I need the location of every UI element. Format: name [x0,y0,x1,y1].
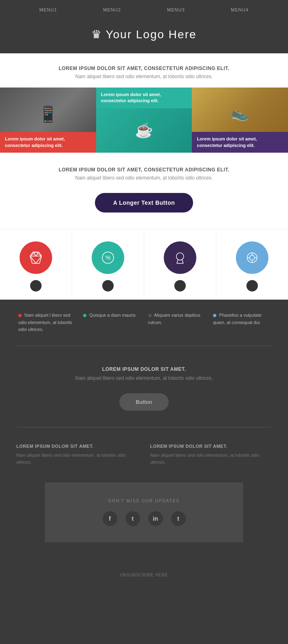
svg-line-12 [177,260,178,263]
col-left-text: Nam aliquet libero sed odio elementum, a… [16,452,138,466]
social-section: DON'T MISS OUR UPDATES f t in t [45,482,243,542]
cta-dark-title: LOREM IPSUM DOLOR SIT AMET. [24,366,264,372]
nav-menu3[interactable]: MENU3 [167,7,185,12]
svg-line-13 [182,260,183,263]
two-column-section: LOREM IPSUM DOLOR SIT AMET. Nam aliquet … [0,427,288,482]
svg-point-11 [176,253,184,260]
card-dot-1 [30,280,42,291]
hero-title: LOREM IPSUM DOLOR SIT AMET, CONSECTETUR … [24,66,264,71]
svg-text:%: % [106,254,110,261]
feature-text-3: Aliquam varius dapibus rutrum. [148,313,200,325]
content-subtitle: Nam aliquet libero sed odio elementum, a… [24,175,264,181]
linkedin-icon[interactable]: in [148,511,163,526]
image-cell-2: Lorem ipsum dolor sit amet, consectetur … [96,88,192,153]
unsubscribe-link[interactable]: UNSUBSCRIBE HERE [120,573,168,577]
hero-subtitle: Nam aliquet libero sed odio elementum, a… [24,74,264,79]
phone-icon: 📱 [4,92,92,136]
logo-text: Your Logo Here [106,28,196,41]
twitter-icon[interactable]: t [125,511,140,526]
feature-dot-2 [83,314,86,317]
cta-dark-section: LOREM IPSUM DOLOR SIT AMET. Nam aliquet … [0,346,288,427]
column-left: LOREM IPSUM DOLOR SIT AMET. Nam aliquet … [16,444,138,466]
feature-4: Phasellus a vulputate quam, at consequat… [211,312,272,333]
coffee-icon: ☕ [96,108,192,153]
site-footer: UNSUBSCRIBE HERE [0,563,288,586]
badge-circle [164,241,196,274]
facebook-icon[interactable]: f [103,511,117,526]
icon-card-2: % [72,229,144,300]
features-section: Nam aliquet l ibero sed odio elementum, … [0,300,288,346]
feature-dot-3 [148,314,152,317]
card-dot-4 [246,280,258,291]
icon-card-1 [0,229,72,300]
crown-icon: ♛ [91,28,101,41]
shoes-icon: 👟 [192,90,288,136]
image-grid: 📱 Lorem ipsum dolor sit amet, consectetu… [0,88,288,153]
image-caption-1: Lorem ipsum dolor sit amet, consectetur … [0,132,96,153]
image-cell-1: 📱 Lorem ipsum dolor sit amet, consectetu… [0,88,96,153]
nav-menu4[interactable]: MENU4 [231,7,249,12]
feature-dot-4 [213,314,216,317]
feature-3: Aliquam varius dapibus rutrum. [146,312,207,333]
feature-text-2: Quisque a diam mauris. [89,313,136,318]
social-title: DON'T MISS OUR UPDATES [53,499,235,503]
cta-dark-button[interactable]: Button [119,393,169,411]
navigation: MENU1 MENU2 MENU3 MENU4 [0,0,288,20]
image-caption-3: Lorem ipsum dolor sit amet, consectetur … [192,132,288,153]
col-left-title: LOREM IPSUM DOLOR SIT AMET. [16,444,138,449]
diamond-circle [20,241,52,274]
col-right-text: Nam aliquet libero sed odio elementum, a… [150,452,272,466]
content-title: LOREM IPSUM DOLOR SIT AMET, CONSECTETUR … [24,167,264,173]
tumblr-icon[interactable]: t [171,511,186,526]
cta-dark-subtitle: Nam aliquet libero sed odio elementum, a… [24,375,264,381]
icon-cards-section: % [0,229,288,300]
feature-1: Nam aliquet l ibero sed odio elementum, … [16,312,77,333]
nav-menu1[interactable]: MENU1 [40,7,57,12]
icon-card-3 [144,229,216,300]
card-dot-3 [174,280,186,291]
gem-circle [236,241,268,274]
social-icons: f t in t [53,511,235,526]
column-right: LOREM IPSUM DOLOR SIT AMET. Nam aliquet … [150,444,272,466]
svg-point-16 [250,255,255,260]
content-section: LOREM IPSUM DOLOR SIT AMET, CONSECTETUR … [0,153,288,229]
hero-section: LOREM IPSUM DOLOR SIT AMET, CONSECTETUR … [0,53,288,88]
icon-card-4 [216,229,288,300]
nav-menu2[interactable]: MENU2 [103,7,121,12]
image-cell-3: 👟 Lorem ipsum dolor sit amet, consectetu… [192,88,288,153]
image-caption-2: Lorem ipsum dolor sit amet, consectetur … [96,88,192,108]
percent-circle: % [92,241,124,274]
card-dot-2 [102,280,114,291]
cta-button[interactable]: A Longer Text Button [95,193,193,212]
feature-text-4: Phasellus a vulputate quam, at consequat… [213,313,262,325]
feature-2: Quisque a diam mauris. [81,312,142,333]
feature-dot-1 [18,314,22,317]
feature-text-1: Nam aliquet l ibero sed odio elementum, … [18,313,72,332]
site-header: ♛ Your Logo Here [0,20,288,53]
col-right-title: LOREM IPSUM DOLOR SIT AMET. [150,444,272,449]
logo: ♛ Your Logo Here [0,28,288,41]
